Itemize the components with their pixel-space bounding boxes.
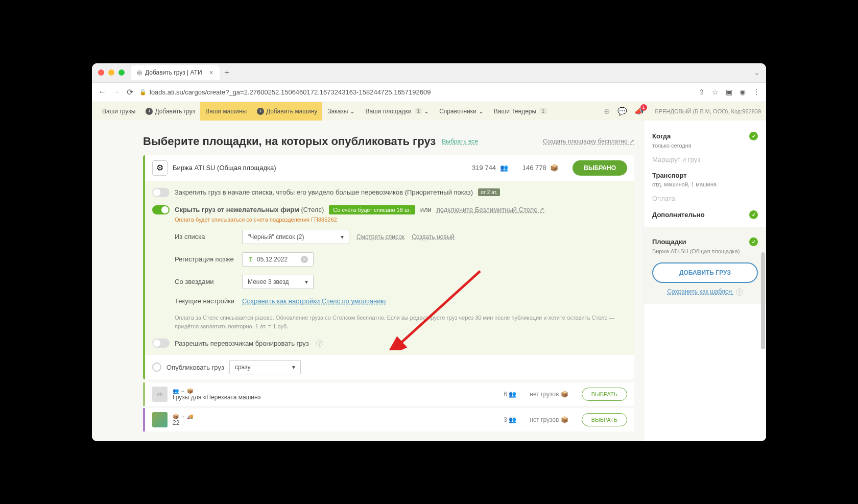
count-badge: 1	[540, 108, 547, 114]
add-cargo-button[interactable]: ДОБАВИТЬ ГРУЗ	[652, 262, 758, 283]
side-extra[interactable]: Дополнительно✓	[652, 206, 758, 223]
share-icon[interactable]: ⇪	[699, 88, 705, 96]
reload-button[interactable]: ⟳	[127, 87, 133, 97]
stars-select[interactable]: Менее 3 звезд▾	[242, 275, 314, 289]
pin-price-badge: от 2 ат.	[478, 188, 500, 196]
options-panel: Закрепить груз в начале списка, чтобы ег…	[145, 181, 634, 355]
side-payment[interactable]: Оплата	[652, 190, 758, 206]
browser-actions: ⇪ ☆ ▣ ◉ ⋮	[699, 88, 760, 96]
stars-row: Со звездами Менее 3 звезд▾	[152, 275, 625, 289]
publish-label: Опубликовать груз	[166, 364, 224, 371]
browser-tab[interactable]: ◎ Добавить груз | АТИ ×	[131, 65, 220, 80]
create-platform-link[interactable]: Создать площадку бесплатно ↗	[543, 138, 634, 145]
stat-cargos: 146 778 📦	[522, 164, 559, 172]
nav-my-vehicles[interactable]: Ваши машины	[200, 102, 252, 121]
view-list-link[interactable]: Смотреть список	[356, 233, 404, 241]
date-input[interactable]: 🗓 05.12.2022 ×	[242, 252, 314, 267]
booking-toggle[interactable]	[152, 339, 170, 348]
stealth-price-badge: Со счёта будет списано 18 ат.	[329, 205, 415, 214]
list-title: Грузы для «Перехвата машин»	[173, 394, 261, 401]
stealth-subtext: Оплата будет списываться со счета подраз…	[175, 217, 625, 223]
unlimited-stealth-link[interactable]: подключите Безлимитный Стелс ↗	[437, 206, 545, 213]
stealth-label: Скрыть груз от нежелательных фирм (Стелс…	[175, 206, 324, 213]
chevron-down-icon: ⌄	[424, 108, 429, 115]
calendar-icon: 🗓	[248, 256, 254, 263]
titlebar: ◎ Добавить груз | АТИ × + ⌄	[92, 63, 766, 83]
forward-button[interactable]: →	[112, 87, 121, 97]
user-label[interactable]: БРЕНДОВЫЙ (Б В М, ООО), Код:962939	[651, 108, 761, 114]
save-template-link[interactable]: Сохранить как шаблон ?	[652, 288, 758, 296]
create-list-link[interactable]: Создать новый	[412, 233, 455, 241]
nav-my-cargos[interactable]: Ваши грузы	[97, 102, 140, 121]
plus-icon: +	[257, 108, 264, 115]
nav-add-cargo[interactable]: +Добавить груз	[140, 102, 200, 121]
box-icon: 📦	[549, 164, 559, 172]
profile-icon[interactable]: ◉	[740, 88, 746, 96]
selected-button[interactable]: ВЫБРАНО	[573, 160, 627, 176]
platform-list: ATI 👥 → 📦 Грузы для «Перехвата машин» 6 …	[143, 382, 634, 431]
tabs-chevron-icon[interactable]: ⌄	[754, 68, 760, 77]
plus-icon: +	[146, 108, 153, 115]
browser-window: ◎ Добавить груз | АТИ × + ⌄ ← → ⟳ 🔒 load…	[92, 63, 766, 441]
select-button[interactable]: ВЫБРАТЬ	[582, 388, 627, 401]
noti-badge: 1	[640, 104, 647, 111]
help-icon[interactable]: ?	[736, 289, 743, 296]
chevron-down-icon: ⌄	[479, 108, 484, 115]
new-tab-button[interactable]: +	[225, 68, 229, 77]
clear-date-icon[interactable]: ×	[301, 256, 308, 263]
bookmark-icon[interactable]: ☆	[712, 88, 719, 96]
scroll-thumb[interactable]	[761, 252, 765, 349]
check-icon: ✓	[749, 132, 758, 140]
chevron-down-icon: ▾	[292, 364, 295, 371]
chevron-down-icon: ▾	[305, 278, 308, 285]
current-label: Текущие настройки	[175, 297, 242, 306]
side-box: Площадки✓ Биржа ATI.SU (Общая площадка) …	[644, 227, 766, 304]
url-field[interactable]: 🔒 loads.ati.su/cargos/create?_ga=2.27600…	[139, 88, 693, 96]
search-icon[interactable]: ⊕	[604, 107, 610, 116]
maximize-window-icon[interactable]	[118, 69, 125, 76]
stealth-row: Скрыть груз от нежелательных фирм (Стелс…	[152, 205, 625, 214]
traffic-lights	[98, 69, 125, 76]
page-title: Выберите площадки, на которых опубликова…	[143, 135, 436, 148]
booking-label: Разрешить перевозчикам бронировать груз	[175, 340, 309, 347]
close-window-icon[interactable]	[98, 69, 104, 76]
platform-card: ⚙ Биржа ATI.SU (Общая площадка) 319 744 …	[143, 155, 634, 380]
tab-title: Добавить груз | АТИ	[145, 69, 202, 76]
list-title: 22	[173, 419, 193, 426]
list-count: 3 👥	[504, 416, 516, 423]
page-body: Выберите площадки, на которых опубликова…	[92, 121, 766, 441]
nav-add-vehicle[interactable]: +Добавить машину	[252, 102, 322, 121]
thumbnail	[152, 412, 168, 427]
pin-row: Закрепить груз в начале списка, чтобы ег…	[152, 188, 625, 197]
list-select[interactable]: "Черный" список (2)▾	[242, 230, 349, 244]
chat-icon[interactable]: 💬	[617, 107, 627, 116]
check-icon: ✓	[749, 210, 758, 219]
nav-my-tenders[interactable]: Ваши Тендеры1	[489, 102, 552, 121]
side-platforms-sub: Биржа ATI.SU (Общая площадка)	[652, 248, 758, 254]
scrollbar[interactable]	[760, 121, 766, 441]
stealth-toggle[interactable]	[152, 205, 170, 214]
select-button[interactable]: ВЫБРАТЬ	[582, 413, 627, 426]
reg-row: Регистрация позже 🗓 05.12.2022 ×	[152, 252, 625, 267]
pin-toggle[interactable]	[152, 188, 170, 197]
current-row: Текущие настройки Сохранить как настройк…	[152, 297, 625, 306]
nav-orders[interactable]: Заказы ⌄	[322, 102, 360, 121]
list-icons: 📦 → 🚚	[173, 414, 193, 419]
nav-refs[interactable]: Справочники ⌄	[434, 102, 489, 121]
menu-icon[interactable]: ⋮	[753, 88, 760, 96]
select-all-link[interactable]: Выбрать все	[442, 138, 478, 145]
check-icon: ✓	[749, 237, 758, 246]
back-button[interactable]: ←	[98, 87, 106, 97]
globe-icon: ◎	[137, 69, 142, 76]
notifications-icon[interactable]: 📣1	[634, 107, 644, 116]
clock-icon	[152, 363, 161, 372]
panel-icon[interactable]: ▣	[726, 88, 732, 96]
publish-row: Опубликовать груз сразу▾	[145, 355, 634, 379]
close-tab-icon[interactable]: ×	[209, 68, 213, 77]
side-route[interactable]: Маршрут и груз	[652, 152, 758, 167]
help-icon[interactable]: ?	[316, 340, 323, 347]
nav-my-platforms[interactable]: Ваши площадки1 ⌄	[360, 102, 434, 121]
publish-select[interactable]: сразу▾	[229, 360, 301, 374]
save-default-link[interactable]: Сохранить как настройки Стелс по умолчан…	[242, 297, 386, 305]
minimize-window-icon[interactable]	[108, 69, 114, 76]
